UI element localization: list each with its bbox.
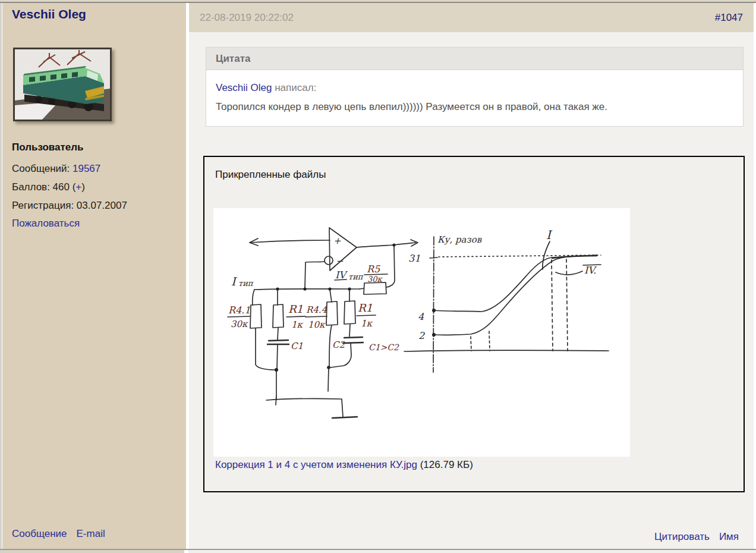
attachment-file-row: Коррекция 1 и 4 с учетом изменения КУ.jp… — [215, 459, 473, 471]
messages-label: Сообщений: — [12, 163, 73, 174]
curve-i-label: I — [546, 228, 553, 242]
quote-header: Цитата — [206, 48, 743, 70]
r44-label: R4.4 — [306, 304, 327, 315]
opamp-plus: + — [333, 235, 341, 246]
r44-value: 10к — [308, 319, 326, 330]
sidebar-footer: СообщениеE-mail — [12, 528, 115, 540]
capacitors: С1 С2 С1>С2 — [266, 337, 399, 418]
mode-i-suffix: тип — [238, 279, 254, 288]
registration-label: Регистрация: — [12, 200, 77, 211]
mode-iv-suffix: тип — [348, 272, 364, 281]
quote-author-link[interactable]: Veschii Oleg — [216, 82, 272, 93]
mode-iv-roman: IV — [335, 269, 348, 281]
r1b-label: R1 — [358, 301, 373, 314]
c1-label: С1 — [291, 341, 303, 351]
locomotive-avatar-image — [15, 49, 110, 120]
report-link-row: Пожаловаться — [12, 218, 80, 230]
registration-stat: Регистрация: 03.07.2007 — [12, 200, 127, 212]
points-label: Баллов: — [12, 181, 53, 193]
points-stat: Баллов: 460 (+) — [12, 181, 85, 193]
quote-wrote-label: написал: — [272, 82, 317, 93]
username-link[interactable]: Veschii Oleg — [12, 7, 86, 21]
cap-note: С1>С2 — [368, 343, 399, 352]
attachments-block: Прикрепленные файлы + − — [203, 156, 745, 492]
c2-label: С2 — [332, 340, 345, 350]
next-post-sidebar-edge — [0, 550, 184, 553]
opamp-minus: − — [336, 256, 344, 266]
user-role: Пользователь — [12, 142, 84, 153]
plot-y-label: Ку, разов — [437, 234, 483, 245]
post-actions: ЦитироватьИмя — [645, 531, 739, 543]
avatar[interactable] — [13, 48, 112, 121]
mode-i-roman: I — [231, 275, 237, 288]
plot-tick-2: 2 — [418, 330, 425, 341]
r1a-label: R1 — [288, 303, 303, 315]
post-timestamp: 22-08-2019 20:22:02 — [200, 3, 294, 32]
left-edge — [0, 3, 2, 549]
r41-value: 30к — [231, 319, 248, 329]
messages-stat: Сообщений: 19567 — [12, 163, 100, 175]
plot-tick-31: 31 — [408, 253, 420, 264]
post-header-band: 22-08-2019 20:22:02 #1047 — [189, 3, 754, 32]
paren-close: ) — [81, 181, 85, 193]
attachments-title: Прикрепленные файлы — [215, 169, 326, 181]
name-action-link[interactable]: Имя — [719, 531, 739, 542]
report-link[interactable]: Пожаловаться — [12, 218, 80, 229]
email-link[interactable]: E-mail — [77, 528, 105, 539]
r41-label: R4.1 — [228, 304, 251, 316]
quote-action-link[interactable]: Цитировать — [654, 531, 710, 542]
forum-post: Veschii Oleg Пользователь — [0, 0, 756, 553]
schematic-drawing: + − R5 30к — [213, 208, 630, 457]
resistor-network: I тип IV тип R4.1 30к — [228, 269, 376, 391]
registration-date: 03.07.2007 — [77, 200, 127, 211]
quote-block: Цитата Veschii Oleg написал: Торопился к… — [206, 47, 744, 127]
profile-message-link[interactable]: Сообщение — [12, 528, 67, 539]
points-value: 460 — [53, 181, 73, 193]
plot-tick-4: 4 — [418, 311, 424, 322]
quote-attribution: Veschii Oleg написал: — [216, 78, 733, 98]
attachment-file-link[interactable]: Коррекция 1 и 4 с учетом изменения КУ.jp… — [215, 459, 417, 470]
gain-plot: Ку, разов 31 4 2 — [404, 228, 609, 372]
post-main: 22-08-2019 20:22:02 #1047 Цитата Veschii… — [189, 3, 754, 549]
r1a-value: 1к — [291, 319, 304, 330]
post-number-link[interactable]: #1047 — [715, 3, 743, 32]
r5-label: R5 — [367, 263, 380, 275]
curve-iv-label: IV. — [584, 265, 597, 276]
add-point-link[interactable]: + — [75, 181, 81, 193]
quote-body: Veschii Oleg написал: Торопился кондер в… — [206, 70, 743, 126]
opamp: + − — [250, 228, 418, 288]
quote-text: Торопился кондер в левую цепь влепил))))… — [216, 98, 733, 117]
r5-value: 30к — [367, 275, 383, 284]
attachment-file-size: (126.79 КБ) — [417, 459, 473, 470]
feedback-resistor: R5 30к — [360, 263, 388, 294]
next-post-main-edge — [188, 550, 756, 553]
messages-count-link[interactable]: 19567 — [73, 163, 100, 174]
r1b-value: 1к — [361, 318, 373, 329]
attachment-thumbnail[interactable]: + − R5 30к — [213, 208, 630, 457]
